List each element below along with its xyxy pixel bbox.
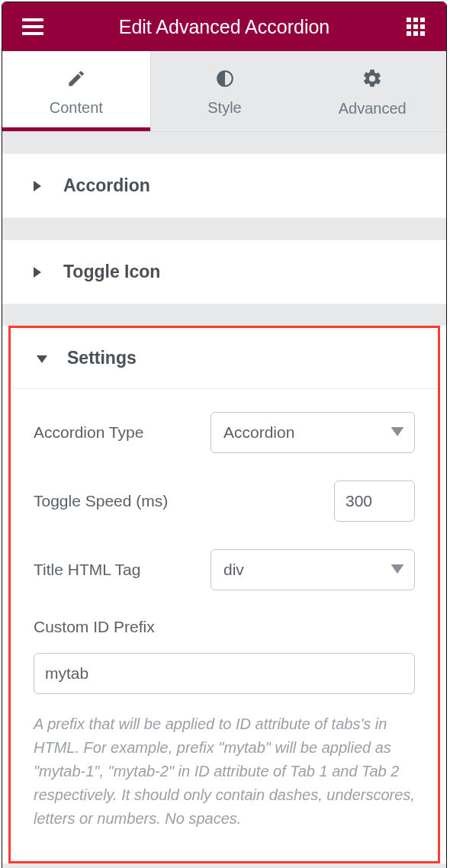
svg-rect-6 bbox=[407, 24, 411, 29]
tab-style-label: Style bbox=[207, 99, 241, 117]
custom-id-prefix-description: A prefix that will be applied to ID attr… bbox=[34, 712, 415, 831]
gap bbox=[2, 132, 446, 153]
section-settings[interactable]: Settings bbox=[11, 328, 438, 389]
tab-content-label: Content bbox=[50, 99, 103, 117]
caret-down-icon bbox=[37, 353, 47, 364]
tab-style[interactable]: Style bbox=[151, 51, 299, 131]
settings-highlight: Settings Accordion Type Accordion Toggle… bbox=[8, 326, 440, 863]
title-html-tag-label: Title HTML Tag bbox=[34, 561, 140, 579]
field-title-html-tag: Title HTML Tag div bbox=[34, 549, 415, 590]
gap bbox=[2, 304, 446, 326]
header-title: Edit Advanced Accordion bbox=[43, 16, 405, 38]
svg-rect-4 bbox=[413, 18, 418, 22]
svg-rect-1 bbox=[22, 25, 43, 28]
editor-panel: Edit Advanced Accordion Content Style bbox=[2, 2, 447, 868]
svg-rect-9 bbox=[407, 31, 411, 36]
tabs: Content Style Advanced bbox=[2, 51, 446, 132]
field-custom-id-prefix: Custom ID Prefix A prefix that will be a… bbox=[34, 618, 415, 831]
tab-advanced-label: Advanced bbox=[339, 100, 407, 117]
section-settings-title: Settings bbox=[67, 348, 137, 368]
svg-rect-11 bbox=[420, 31, 425, 36]
accordion-type-label: Accordion Type bbox=[34, 423, 143, 442]
apps-icon[interactable] bbox=[405, 18, 426, 36]
svg-rect-3 bbox=[407, 18, 411, 22]
svg-rect-7 bbox=[413, 24, 418, 29]
svg-rect-0 bbox=[22, 18, 43, 21]
header: Edit Advanced Accordion bbox=[2, 2, 446, 51]
toggle-speed-label: Toggle Speed (ms) bbox=[34, 492, 168, 510]
contrast-icon bbox=[215, 69, 235, 92]
settings-body: Accordion Type Accordion Toggle Speed (m… bbox=[11, 389, 438, 861]
pencil-icon bbox=[66, 69, 86, 92]
section-toggle-icon[interactable]: Toggle Icon bbox=[2, 240, 446, 304]
toggle-speed-input[interactable] bbox=[334, 481, 415, 522]
gap bbox=[2, 218, 446, 240]
svg-rect-2 bbox=[22, 32, 43, 35]
svg-rect-5 bbox=[420, 18, 425, 22]
section-accordion-title: Accordion bbox=[63, 175, 150, 196]
caret-right-icon bbox=[33, 267, 43, 278]
field-accordion-type: Accordion Type Accordion bbox=[34, 412, 415, 453]
tab-content[interactable]: Content bbox=[2, 51, 151, 131]
menu-icon[interactable] bbox=[22, 18, 43, 36]
custom-id-prefix-label: Custom ID Prefix bbox=[34, 618, 415, 636]
gear-icon bbox=[362, 68, 383, 92]
field-toggle-speed: Toggle Speed (ms) bbox=[34, 481, 415, 522]
title-html-tag-select[interactable]: div bbox=[211, 549, 415, 590]
section-accordion[interactable]: Accordion bbox=[2, 153, 446, 218]
title-html-tag-value: div bbox=[211, 549, 415, 590]
accordion-type-value: Accordion bbox=[211, 412, 415, 453]
custom-id-prefix-input[interactable] bbox=[34, 653, 415, 694]
svg-rect-10 bbox=[413, 31, 418, 36]
section-toggle-icon-title: Toggle Icon bbox=[63, 262, 160, 282]
accordion-type-select[interactable]: Accordion bbox=[211, 412, 415, 453]
svg-rect-8 bbox=[420, 24, 425, 29]
tab-advanced[interactable]: Advanced bbox=[298, 51, 446, 131]
caret-right-icon bbox=[33, 181, 43, 191]
gap bbox=[2, 863, 446, 868]
